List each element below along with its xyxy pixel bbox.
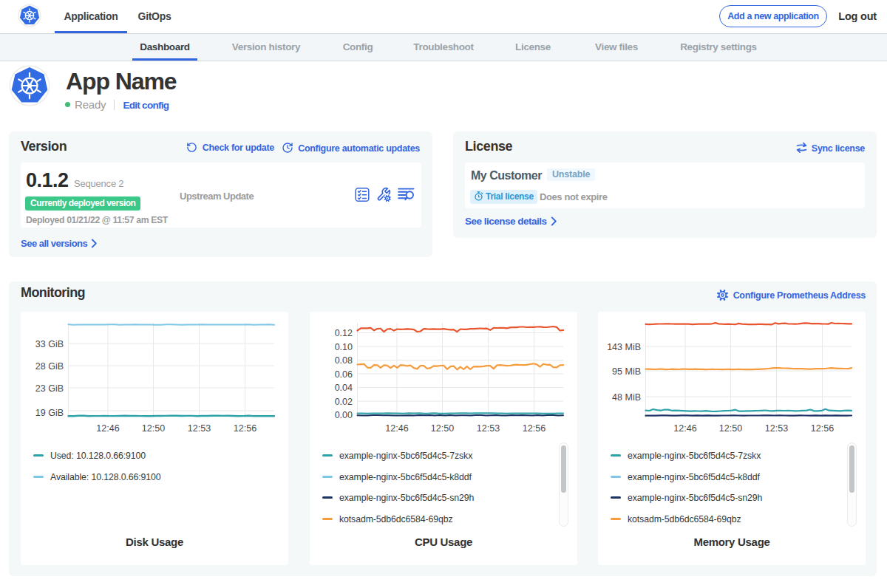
svg-text:0.00: 0.00 [335, 410, 353, 420]
svg-text:12:46: 12:46 [673, 423, 696, 434]
svg-text:12:53: 12:53 [188, 423, 211, 434]
svg-text:12:50: 12:50 [142, 423, 165, 434]
svg-text:143 MiB: 143 MiB [607, 342, 641, 352]
svg-text:12:46: 12:46 [385, 423, 408, 434]
svg-text:12:50: 12:50 [719, 423, 742, 434]
svg-text:28 GiB: 28 GiB [35, 361, 64, 372]
svg-text:12:56: 12:56 [523, 423, 546, 434]
svg-text:48 MiB: 48 MiB [612, 392, 641, 403]
svg-text:12:56: 12:56 [811, 423, 834, 434]
svg-text:12:56: 12:56 [234, 423, 256, 434]
svg-text:0.12: 0.12 [335, 328, 353, 338]
svg-text:12:50: 12:50 [431, 423, 454, 434]
svg-text:0.10: 0.10 [335, 342, 353, 352]
svg-text:0.08: 0.08 [335, 355, 353, 366]
svg-text:0.02: 0.02 [335, 397, 353, 407]
svg-text:95 MiB: 95 MiB [612, 366, 641, 377]
svg-text:12:53: 12:53 [765, 423, 788, 434]
svg-text:23 GiB: 23 GiB [35, 383, 64, 394]
svg-text:12:53: 12:53 [477, 423, 500, 434]
svg-text:33 GiB: 33 GiB [35, 339, 64, 349]
svg-text:0.06: 0.06 [335, 369, 353, 380]
svg-text:19 GiB: 19 GiB [35, 408, 64, 418]
svg-text:12:46: 12:46 [96, 423, 119, 434]
svg-text:0.04: 0.04 [335, 383, 353, 393]
